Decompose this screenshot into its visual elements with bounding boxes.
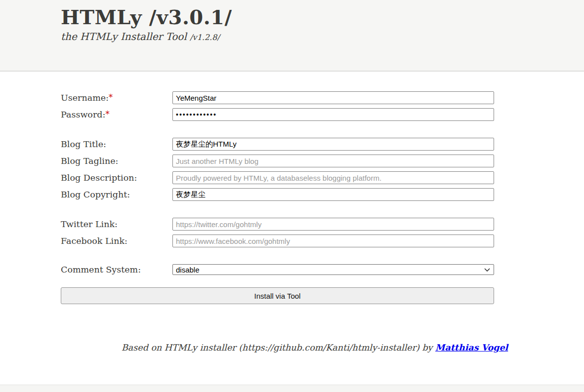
facebook-link-input[interactable] — [172, 235, 494, 247]
blog-copyright-row: Blog Copyright: — [61, 188, 584, 201]
required-marker: * — [109, 93, 113, 102]
password-input[interactable] — [172, 108, 494, 121]
comment-system-select[interactable]: disable — [172, 264, 494, 275]
facebook-link-row: Facebook Link: — [61, 235, 584, 247]
comment-system-label: Comment System: — [61, 265, 172, 274]
page-subtitle-text: the HTMLy Installer Tool — [61, 31, 190, 42]
required-marker: * — [105, 110, 109, 119]
password-label: Password:* — [61, 110, 172, 119]
twitter-link-label: Twitter Link: — [61, 219, 172, 229]
comment-system-selected-value: disable — [176, 266, 200, 274]
page-title: HTMLy /v3.0.1/ — [61, 6, 584, 29]
installer-form: Username:* Password:* Blog Title: Blog T… — [0, 72, 584, 353]
facebook-link-label: Facebook Link: — [61, 236, 172, 246]
blog-tagline-input[interactable] — [172, 155, 494, 167]
username-label: Username:* — [61, 93, 172, 103]
blog-description-input[interactable] — [172, 171, 494, 184]
author-link[interactable]: Matthias Vogel — [435, 343, 508, 353]
blog-title-label: Blog Title: — [61, 139, 172, 149]
social-links-group: Twitter Link: Facebook Link: — [61, 218, 584, 247]
header: HTMLy /v3.0.1/ the HTMLy Installer Tool … — [0, 0, 584, 72]
blog-title-row: Blog Title: — [61, 138, 584, 151]
twitter-link-input[interactable] — [172, 218, 494, 231]
bottom-strip — [0, 385, 584, 392]
blog-copyright-input[interactable] — [172, 188, 494, 201]
username-row: Username:* — [61, 91, 584, 104]
chevron-down-icon — [484, 268, 490, 272]
comment-system-row: Comment System: disable — [61, 264, 584, 275]
page-subtitle-version: /v1.2.8/ — [190, 33, 220, 42]
password-row: Password:* — [61, 108, 584, 121]
install-button[interactable]: Install via Tool — [61, 287, 494, 304]
username-input[interactable] — [172, 91, 494, 104]
credentials-group: Username:* Password:* — [61, 91, 584, 121]
page-subtitle: the HTMLy Installer Tool /v1.2.8/ — [61, 31, 584, 42]
blog-description-label: Blog Description: — [61, 173, 172, 183]
blog-description-row: Blog Description: — [61, 171, 584, 184]
twitter-link-row: Twitter Link: — [61, 218, 584, 231]
blog-copyright-label: Blog Copyright: — [61, 190, 172, 199]
blog-tagline-row: Blog Tagline: — [61, 155, 584, 167]
footer-text: Based on HTMLy installer (https://github… — [122, 343, 435, 353]
blog-title-input[interactable] — [172, 138, 494, 151]
footer-credit: Based on HTMLy installer (https://github… — [122, 343, 584, 353]
blog-tagline-label: Blog Tagline: — [61, 156, 172, 166]
blog-info-group: Blog Title: Blog Tagline: Blog Descripti… — [61, 138, 584, 201]
